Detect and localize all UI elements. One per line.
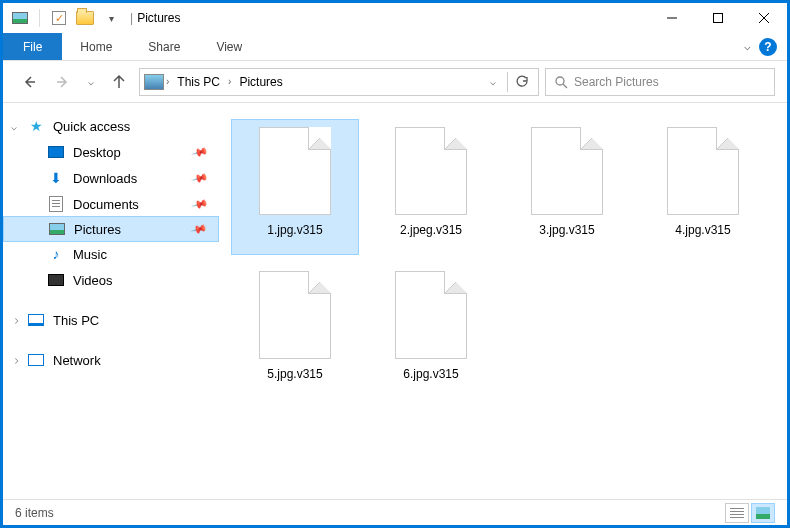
expand-ribbon-button[interactable]: ⌵	[744, 40, 751, 53]
minimize-button[interactable]	[649, 3, 695, 33]
forward-button[interactable]	[49, 68, 77, 96]
expand-icon[interactable]: ⌵	[9, 317, 20, 323]
svg-point-4	[556, 77, 564, 85]
file-name: 1.jpg.v315	[267, 223, 322, 237]
file-name: 4.jpg.v315	[675, 223, 730, 237]
file-name: 2.jpeg.v315	[400, 223, 462, 237]
tab-view[interactable]: View	[198, 33, 260, 60]
status-bar: 6 items	[3, 499, 787, 525]
chevron-right-icon[interactable]: ›	[228, 76, 231, 87]
details-view-button[interactable]	[725, 503, 749, 523]
file-item[interactable]: 5.jpg.v315	[231, 263, 359, 399]
breadcrumb-pictures[interactable]: Pictures	[233, 73, 288, 91]
close-button[interactable]	[741, 3, 787, 33]
file-item[interactable]: 6.jpg.v315	[367, 263, 495, 399]
sidebar-item-label: Pictures	[74, 222, 121, 237]
expand-icon[interactable]: ⌵	[9, 357, 20, 363]
file-icon	[395, 127, 467, 215]
tab-home[interactable]: Home	[62, 33, 130, 60]
file-item[interactable]: 2.jpeg.v315	[367, 119, 495, 255]
sidebar-item-documents[interactable]: Documents 📌	[3, 191, 219, 217]
sidebar-item-label: Videos	[73, 273, 113, 288]
sidebar-item-label: Downloads	[73, 171, 137, 186]
navigation-pane: ⌵ ★ Quick access Desktop 📌 ⬇ Downloads 📌…	[3, 103, 219, 499]
search-placeholder: Search Pictures	[574, 75, 659, 89]
videos-icon	[47, 271, 65, 289]
file-icon	[395, 271, 467, 359]
tab-share[interactable]: Share	[130, 33, 198, 60]
thumbnails-view-button[interactable]	[751, 503, 775, 523]
app-icon	[9, 7, 31, 29]
search-input[interactable]: Search Pictures	[545, 68, 775, 96]
help-button[interactable]: ?	[759, 38, 777, 56]
forward-arrow-icon	[55, 74, 71, 90]
navigation-bar: ⌵ › This PC › Pictures ⌵ Search Pictures	[3, 61, 787, 103]
pin-icon: 📌	[190, 220, 209, 238]
qat-new-folder-button[interactable]	[74, 7, 96, 29]
sidebar-item-label: Documents	[73, 197, 139, 212]
sidebar-item-label: Desktop	[73, 145, 121, 160]
details-icon	[730, 508, 744, 518]
view-mode-switcher	[725, 503, 775, 523]
file-list[interactable]: 1.jpg.v3152.jpeg.v3153.jpg.v3154.jpg.v31…	[219, 103, 787, 499]
file-name: 3.jpg.v315	[539, 223, 594, 237]
minimize-icon	[667, 13, 677, 23]
thumbnails-icon	[756, 507, 770, 519]
music-icon: ♪	[47, 245, 65, 263]
sidebar-this-pc[interactable]: ⌵ This PC	[3, 307, 219, 333]
refresh-button[interactable]	[510, 69, 534, 95]
sidebar-item-videos[interactable]: Videos	[3, 267, 219, 293]
recent-locations-button[interactable]: ⌵	[83, 68, 99, 96]
sidebar-item-pictures[interactable]: Pictures 📌	[3, 216, 219, 242]
sidebar-quick-access[interactable]: ⌵ ★ Quick access	[3, 113, 219, 139]
sidebar-item-label: Music	[73, 247, 107, 262]
file-item[interactable]: 4.jpg.v315	[639, 119, 767, 255]
file-icon	[667, 127, 739, 215]
back-button[interactable]	[15, 68, 43, 96]
address-bar[interactable]: › This PC › Pictures ⌵	[139, 68, 539, 96]
documents-icon	[47, 195, 65, 213]
ribbon-tabs: File Home Share View ⌵ ?	[3, 33, 787, 61]
pc-icon	[27, 311, 45, 329]
sidebar-item-downloads[interactable]: ⬇ Downloads 📌	[3, 165, 219, 191]
quick-access-toolbar: ✓ ▾	[9, 7, 122, 29]
sidebar-item-music[interactable]: ♪ Music	[3, 241, 219, 267]
up-button[interactable]	[105, 68, 133, 96]
pictures-icon	[48, 220, 66, 238]
address-dropdown-button[interactable]: ⌵	[481, 69, 505, 95]
network-icon	[27, 351, 45, 369]
sidebar-item-desktop[interactable]: Desktop 📌	[3, 139, 219, 165]
refresh-icon	[515, 75, 529, 89]
titlebar[interactable]: ✓ ▾ | Pictures	[3, 3, 787, 33]
breadcrumb-this-pc[interactable]: This PC	[171, 73, 226, 91]
location-icon	[144, 74, 164, 90]
star-icon: ★	[27, 117, 45, 135]
sidebar-network[interactable]: ⌵ Network	[3, 347, 219, 373]
file-explorer-window: ✓ ▾ | Pictures File Home Share View ⌵ ?	[3, 3, 787, 525]
qat-properties-button[interactable]: ✓	[48, 7, 70, 29]
search-icon	[554, 75, 568, 89]
collapse-icon[interactable]: ⌵	[11, 121, 17, 132]
svg-rect-1	[714, 14, 723, 23]
qat-customize-button[interactable]: ▾	[100, 7, 122, 29]
file-icon	[531, 127, 603, 215]
sidebar-item-label: This PC	[53, 313, 99, 328]
file-name: 6.jpg.v315	[403, 367, 458, 381]
up-arrow-icon	[111, 74, 127, 90]
file-name: 5.jpg.v315	[267, 367, 322, 381]
svg-line-5	[563, 84, 567, 88]
close-icon	[759, 13, 769, 23]
maximize-button[interactable]	[695, 3, 741, 33]
pin-icon: 📌	[191, 195, 210, 213]
item-count: 6 items	[15, 506, 54, 520]
sidebar-item-label: Quick access	[53, 119, 130, 134]
file-icon	[259, 127, 331, 215]
back-arrow-icon	[21, 74, 37, 90]
file-tab[interactable]: File	[3, 33, 62, 60]
file-item[interactable]: 1.jpg.v315	[231, 119, 359, 255]
pin-icon: 📌	[191, 143, 210, 161]
sidebar-item-label: Network	[53, 353, 101, 368]
chevron-right-icon[interactable]: ›	[166, 76, 169, 87]
downloads-icon: ⬇	[47, 169, 65, 187]
file-item[interactable]: 3.jpg.v315	[503, 119, 631, 255]
